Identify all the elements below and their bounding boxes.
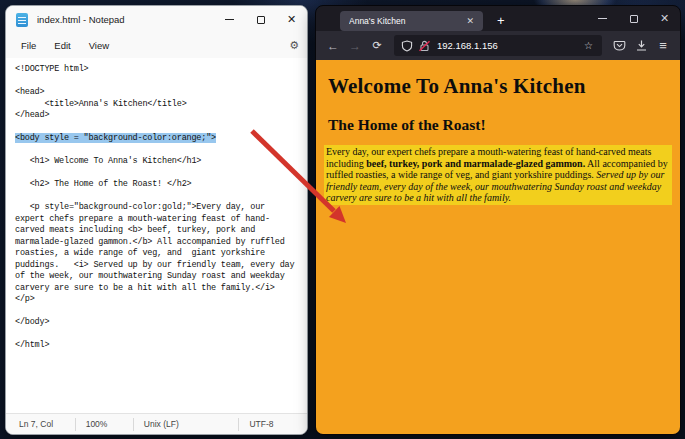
back-button[interactable]: ←	[322, 35, 344, 57]
insecure-lock-icon[interactable]	[418, 40, 431, 52]
notepad-titlebar[interactable]: index.html - Notepad ✕	[6, 6, 307, 33]
code-line[interactable]	[15, 191, 307, 203]
code-line[interactable]: </p>	[15, 294, 307, 306]
code-line[interactable]: carved meats including <b> beef, turkey,…	[15, 225, 307, 237]
reload-button[interactable]: ⟳	[366, 35, 388, 57]
code-line[interactable]	[15, 122, 307, 134]
code-line[interactable]: <h2> The Home of the Roast! </h2>	[15, 179, 307, 191]
code-line[interactable]: </head>	[15, 110, 307, 122]
maximize-icon	[630, 15, 638, 23]
page-heading-h2: The Home of the Roast!	[328, 116, 673, 134]
paragraph-segment: beef, turkey, pork and marmalade-glazed …	[366, 158, 585, 169]
code-line[interactable]	[15, 168, 307, 180]
menu-edit[interactable]: Edit	[45, 37, 79, 54]
tracking-shield-icon[interactable]	[401, 40, 413, 52]
code-line[interactable]: of the week, our mouthwatering Sunday ro…	[15, 271, 307, 283]
status-zoom-level[interactable]: 100%	[76, 418, 134, 431]
notepad-statusbar: Ln 7, Col 42 100% Unix (LF) UTF-8	[6, 413, 307, 434]
minimize-icon	[598, 18, 607, 19]
code-line[interactable]: <title>Anna's Kitchen</title>	[15, 99, 307, 111]
code-line[interactable]: <head>	[15, 87, 307, 99]
code-line[interactable]: roasties, a wide range of veg, and giant…	[15, 248, 307, 260]
code-line[interactable]: </body>	[15, 317, 307, 329]
code-line[interactable]: </html>	[15, 340, 307, 352]
menu-file[interactable]: File	[12, 37, 45, 54]
browser-navbar: ← → ⟳ 192.168.1.156 ☆	[316, 31, 680, 60]
code-line[interactable]	[15, 145, 307, 157]
maximize-icon	[257, 16, 265, 24]
notepad-maximize-button[interactable]	[245, 6, 276, 33]
browser-maximize-button[interactable]	[618, 6, 649, 31]
notepad-window: index.html - Notepad ✕ File Edit View ⚙ …	[5, 5, 308, 435]
tab-close-button[interactable]: ✕	[463, 14, 477, 28]
url-bar[interactable]: 192.168.1.156 ☆	[394, 35, 602, 56]
code-line[interactable]: <body style = "background-color:orange;"…	[15, 133, 307, 145]
code-line[interactable]: marmalade-glazed gammon.</b> All accompa…	[15, 237, 307, 249]
page-heading-h1: Welcome To Anna's Kitchen	[328, 74, 673, 99]
minimize-icon	[225, 19, 234, 20]
code-lines: <!DOCTYPE html><head> <title>Anna's Kitc…	[15, 64, 307, 352]
code-line[interactable]: <p style="background-color:gold;">Every …	[15, 202, 307, 214]
browser-tab[interactable]: Anna's Kitchen ✕	[340, 11, 483, 31]
hamburger-menu-icon[interactable]: ≡	[652, 35, 674, 57]
desktop: index.html - Notepad ✕ File Edit View ⚙ …	[0, 0, 685, 439]
notepad-minimize-button[interactable]	[214, 6, 245, 33]
code-line[interactable]: <!DOCTYPE html>	[15, 64, 307, 76]
code-line[interactable]	[15, 76, 307, 88]
browser-close-button[interactable]: ✕	[649, 6, 680, 31]
close-icon: ✕	[660, 13, 669, 24]
download-icon[interactable]	[630, 35, 652, 57]
settings-gear-icon[interactable]: ⚙	[289, 39, 299, 52]
notepad-close-button[interactable]: ✕	[276, 6, 307, 33]
close-icon: ✕	[287, 14, 296, 25]
status-encoding: UTF-8	[239, 418, 307, 431]
browser-window: Anna's Kitchen ✕ + ✕ ← → ⟳	[315, 5, 681, 435]
code-line[interactable]	[15, 306, 307, 318]
pocket-icon[interactable]	[608, 35, 630, 57]
status-cursor-position: Ln 7, Col 42	[6, 418, 76, 431]
code-line[interactable]: puddings. <i> Served up by our friendly …	[15, 260, 307, 272]
code-editor[interactable]: <!DOCTYPE html><head> <title>Anna's Kitc…	[6, 58, 307, 413]
browser-tabbar: Anna's Kitchen ✕ + ✕	[316, 6, 680, 31]
notepad-app-icon	[16, 13, 28, 27]
bookmark-star-icon[interactable]: ☆	[582, 40, 595, 51]
forward-button[interactable]: →	[344, 35, 366, 57]
code-line[interactable]	[15, 329, 307, 341]
code-line[interactable]: carvery are sure to be a hit with all th…	[15, 283, 307, 295]
notepad-window-title: index.html - Notepad	[37, 14, 214, 25]
code-line[interactable]: expert chefs prepare a mouth-watering fe…	[15, 214, 307, 226]
code-line[interactable]: <h1> Welcome To Anna's Kitchen</h1>	[15, 156, 307, 168]
notepad-menubar: File Edit View ⚙	[6, 33, 307, 58]
menu-view[interactable]: View	[80, 37, 118, 54]
page-paragraph: Every day, our expert chefs prepare a mo…	[324, 145, 672, 205]
url-text[interactable]: 192.168.1.156	[437, 40, 582, 51]
web-page-content: Welcome To Anna's Kitchen The Home of th…	[316, 60, 680, 434]
new-tab-button[interactable]: +	[493, 13, 509, 28]
status-line-ending: Unix (LF)	[134, 418, 240, 431]
browser-minimize-button[interactable]	[587, 6, 618, 31]
tab-title: Anna's Kitchen	[349, 16, 463, 26]
